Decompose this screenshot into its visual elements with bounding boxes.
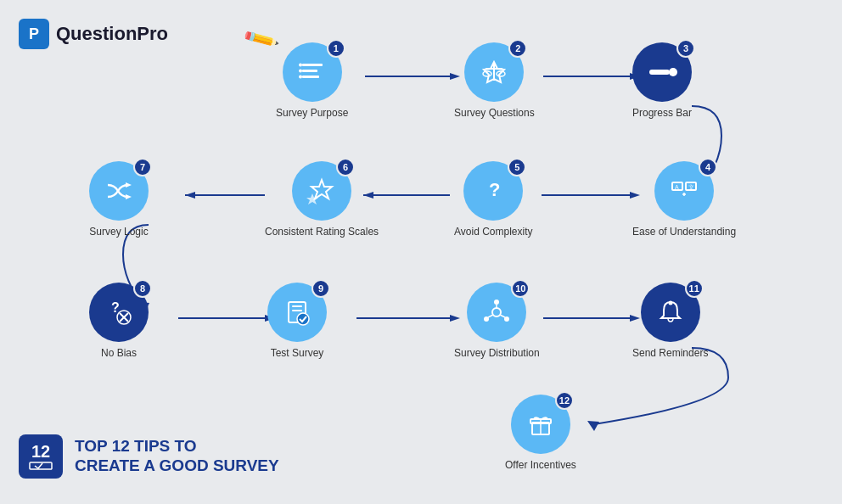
svg-marker-36 bbox=[312, 180, 332, 199]
svg-rect-45 bbox=[292, 305, 302, 307]
badge-10: 10 bbox=[511, 279, 530, 298]
svg-point-22 bbox=[299, 64, 302, 67]
node-6-rating-scales: 6 Consistent Rating Scales bbox=[265, 161, 379, 238]
badge-11: 11 bbox=[685, 279, 704, 298]
svg-text:文: 文 bbox=[688, 184, 694, 190]
node-2-label: Survey Questions bbox=[454, 107, 535, 119]
logo: P QuestionPro bbox=[19, 19, 168, 49]
svg-point-30 bbox=[669, 68, 677, 76]
circle-4: 4 A 文 bbox=[654, 161, 714, 221]
badge-3: 3 bbox=[676, 39, 695, 58]
node-8-no-bias: 8 ? No Bias bbox=[89, 283, 149, 359]
bottom-line2: CREATE A GOOD SURVEY bbox=[75, 456, 279, 476]
svg-point-48 bbox=[492, 308, 501, 316]
bottom-icon: 12 bbox=[19, 434, 63, 479]
svg-rect-19 bbox=[302, 64, 323, 66]
badge-8: 8 bbox=[133, 279, 152, 298]
badge-5: 5 bbox=[508, 158, 526, 176]
badge-1: 1 bbox=[327, 39, 345, 58]
svg-rect-20 bbox=[302, 70, 317, 72]
svg-point-47 bbox=[297, 313, 309, 325]
node-11-send-reminders: 11 Send Reminders bbox=[632, 283, 708, 359]
circle-7: 7 bbox=[89, 161, 149, 221]
circle-10: 10 bbox=[467, 283, 526, 342]
node-7-survey-logic: 7 Survey Logic bbox=[89, 161, 149, 238]
bottom-section: 12 TOP 12 TIPS TO CREATE A GOOD SURVEY bbox=[19, 434, 279, 479]
node-5-label: Avoid Complexity bbox=[454, 226, 532, 238]
badge-9: 9 bbox=[312, 279, 330, 298]
circle-2: 2 bbox=[464, 42, 524, 102]
badge-2: 2 bbox=[508, 39, 527, 58]
connectors-svg bbox=[0, 0, 842, 504]
svg-text:A: A bbox=[675, 184, 679, 190]
svg-rect-46 bbox=[292, 310, 302, 311]
svg-text:?: ? bbox=[489, 179, 500, 200]
bottom-number: 12 bbox=[31, 443, 50, 460]
logo-icon: P bbox=[19, 19, 49, 49]
svg-marker-10 bbox=[185, 192, 195, 199]
node-11-label: Send Reminders bbox=[632, 347, 708, 359]
bottom-text: TOP 12 TIPS TO CREATE A GOOD SURVEY bbox=[75, 437, 279, 476]
svg-point-24 bbox=[299, 76, 302, 79]
circle-11: 11 bbox=[641, 283, 700, 342]
node-5-avoid-complexity: 5 ? Avoid Complexity bbox=[454, 161, 532, 238]
circle-12: 12 bbox=[511, 395, 570, 454]
circle-9: 9 bbox=[267, 283, 327, 342]
circle-1: 1 bbox=[283, 42, 342, 102]
badge-12: 12 bbox=[555, 391, 574, 410]
badge-4: 4 bbox=[699, 158, 717, 176]
node-12-label: Offer Incentives bbox=[505, 459, 576, 471]
node-9-test-survey: 9 Test Survey bbox=[267, 283, 327, 359]
bottom-line1: TOP 12 TIPS TO bbox=[75, 437, 279, 456]
svg-marker-38 bbox=[126, 182, 132, 188]
node-10-survey-distribution: 10 Survey Distribution bbox=[454, 283, 540, 359]
node-1-survey-purpose: 1 Survey Purpose bbox=[276, 42, 348, 119]
node-6-label: Consistent Rating Scales bbox=[265, 226, 379, 238]
svg-point-23 bbox=[299, 70, 302, 73]
node-7-label: Survey Logic bbox=[89, 226, 148, 238]
node-10-label: Survey Distribution bbox=[454, 347, 540, 359]
logo-text: QuestionPro bbox=[56, 23, 168, 45]
circle-6: 6 bbox=[292, 161, 351, 221]
node-3-label: Progress Bar bbox=[632, 107, 692, 119]
node-4-label: Ease of Understanding bbox=[632, 226, 736, 238]
svg-line-53 bbox=[488, 315, 493, 317]
svg-rect-29 bbox=[649, 70, 670, 75]
node-12-offer-incentives: 12 Offer Incentives bbox=[505, 395, 576, 471]
node-3-progress-bar: 3 Progress Bar bbox=[632, 42, 692, 119]
badge-6: 6 bbox=[336, 158, 355, 176]
pencil-icon: ✏️ bbox=[241, 20, 281, 59]
svg-rect-21 bbox=[302, 76, 319, 78]
circle-8: 8 ? bbox=[89, 283, 149, 342]
circle-3: 3 bbox=[632, 42, 692, 102]
node-9-label: Test Survey bbox=[271, 347, 324, 359]
svg-line-54 bbox=[500, 315, 505, 317]
svg-point-55 bbox=[668, 301, 672, 305]
svg-marker-39 bbox=[126, 194, 132, 199]
circle-5: 5 ? bbox=[463, 161, 523, 221]
badge-7: 7 bbox=[133, 158, 152, 176]
svg-marker-18 bbox=[587, 421, 599, 431]
node-2-survey-questions: 2 Survey Questions bbox=[454, 42, 535, 119]
node-1-label: Survey Purpose bbox=[276, 107, 348, 119]
node-8-label: No Bias bbox=[101, 347, 137, 359]
svg-point-49 bbox=[494, 300, 499, 305]
node-4-ease: 4 A 文 Ease of Understanding bbox=[632, 161, 736, 238]
